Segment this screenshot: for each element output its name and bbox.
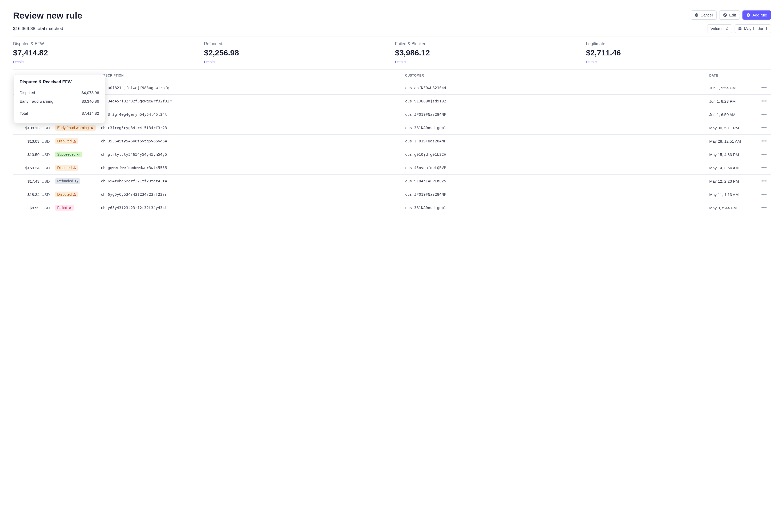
popover-total-value: $7,414.82 — [82, 111, 99, 115]
popover-row: Early fraud warning $3,340.86 — [20, 97, 99, 106]
row-more-button[interactable]: ••• — [759, 85, 769, 91]
status-label: Early fraud warning — [57, 126, 89, 130]
card-label: Refunded — [204, 41, 383, 46]
more-icon: ••• — [761, 125, 767, 131]
amount-cell: $150.24 — [15, 166, 39, 170]
customer-cell: cus_45nvqafqetQRVP — [405, 166, 709, 170]
card-refunded: Refunded $2,256.98 Details — [198, 37, 389, 69]
currency-cell: USD — [39, 179, 55, 184]
row-more-button[interactable]: ••• — [759, 139, 769, 144]
date-cell: May 14, 3:54 AM — [709, 166, 759, 170]
cancel-label: Cancel — [701, 13, 713, 17]
row-more-button[interactable]: ••• — [759, 165, 769, 171]
page-title: Review new rule — [13, 10, 82, 21]
popover-total: Total $7,414.82 — [20, 107, 99, 118]
customer-cell: cus_381NA0nsdigep1 — [405, 126, 709, 130]
row-more-button[interactable]: ••• — [759, 112, 769, 117]
col-date: DATE — [709, 74, 759, 77]
currency-cell: USD — [39, 192, 55, 197]
row-more-button[interactable]: ••• — [759, 178, 769, 184]
card-value: $2,256.98 — [204, 48, 383, 57]
calendar-icon — [738, 27, 742, 31]
currency-cell: USD — [39, 139, 55, 143]
details-link[interactable]: Details — [204, 60, 383, 64]
description-cell: ch_y65y43t23t23r12r32t34y434t — [101, 206, 405, 210]
status-badge: Refunded — [55, 178, 80, 184]
svg-rect-18 — [75, 195, 75, 195]
table-row[interactable]: $10.50USDSucceededch_gtrtytuty54654y54y4… — [13, 148, 771, 161]
plus-icon — [746, 13, 750, 17]
description-cell: ch_654tyhg5rerf321tf23tgt43t4 — [101, 179, 405, 183]
more-icon: ••• — [761, 178, 767, 184]
row-more-button[interactable]: ••• — [759, 152, 769, 157]
status-cell: Succeeded — [55, 151, 101, 157]
table-row[interactable]: $13.03USDDisputedch_353645ty546y6t5ytg5y… — [13, 135, 771, 148]
col-customer: CUSTOMER — [405, 74, 709, 77]
customer-cell: cus_JF019FNas284NF — [405, 112, 709, 116]
date-cell: May 12, 2:23 PM — [709, 179, 759, 184]
disputed-icon — [73, 193, 76, 196]
more-icon: ••• — [761, 192, 767, 197]
status-cell: Refunded — [55, 178, 101, 184]
details-link[interactable]: Details — [586, 60, 765, 64]
card-value: $7,414.82 — [13, 48, 192, 57]
date-cell: May 11, 1:13 AM — [709, 192, 759, 197]
row-more-button[interactable]: ••• — [759, 205, 769, 211]
status-label: Disputed — [57, 139, 72, 143]
more-icon: ••• — [761, 85, 767, 90]
description-cell: ch_353645ty546y6t5ytg5y65yg54 — [101, 139, 405, 143]
status-label: Refunded — [57, 179, 73, 183]
status-label: Failed — [57, 206, 67, 210]
filter-bar: Volume May 1 –Jun 1 — [707, 24, 771, 33]
status-badge: Early fraud warning — [55, 125, 96, 131]
card-value: $3,986.12 — [395, 48, 575, 57]
svg-rect-14 — [75, 142, 75, 142]
description-cell: ch_gtrtytuty54654y54y45yh54y5 — [101, 152, 405, 157]
card-label: Disputed & EFW — [13, 41, 192, 46]
details-link[interactable]: Details — [13, 60, 192, 64]
disputed-icon — [73, 140, 76, 143]
volume-label: Volume — [710, 26, 724, 31]
date-cell: Jun 1, 6:50 AM — [709, 112, 759, 117]
details-link[interactable]: Details — [395, 60, 575, 64]
customer-cell: cus_381NA0nsdigep1 — [405, 206, 709, 210]
disputed-icon — [73, 166, 76, 170]
table-row[interactable]: $8.99USDFailedch_y65y43t23t23r12r32t34y4… — [13, 201, 771, 214]
table-row[interactable]: $8.31USDDisputedch_34g45rf32r32f3gewgewr… — [13, 94, 771, 108]
add-rule-button[interactable]: Add rule — [743, 10, 771, 20]
description-cell: ch_a0f821ujfoiwejf983ugowirofq — [101, 86, 405, 90]
svg-rect-11 — [91, 127, 92, 128]
popover-row: Disputed $4,073.96 — [20, 88, 99, 97]
customer-cell: cus_aofNF0WU821044 — [405, 86, 709, 90]
row-more-button[interactable]: ••• — [759, 99, 769, 104]
table-row[interactable]: $18.34USDDisputedch_6yg5y6y534r43t234r23… — [13, 188, 771, 201]
table-row[interactable]: $17.43USDRefundedch_654tyhg5rerf321tf23t… — [13, 174, 771, 188]
svg-rect-15 — [75, 167, 75, 168]
amount-cell: $198.13 — [15, 126, 39, 130]
table-row[interactable]: $198.13USDEarly fraud warningch_r3freg5r… — [13, 121, 771, 135]
date-cell: May 30, 5:11 PM — [709, 126, 759, 130]
table-row[interactable]: $231.76USDDisputedch_3f3gf4eg4geryh54y54… — [13, 108, 771, 121]
more-icon: ••• — [761, 112, 767, 117]
card-label: Failed & Blocked — [395, 41, 575, 46]
amount-cell: $18.34 — [15, 192, 39, 197]
table-row[interactable]: $16.38USDDisputedch_a0f821ujfoiwejf983ug… — [13, 81, 771, 94]
svg-rect-13 — [75, 141, 75, 141]
popover-total-label: Total — [20, 111, 28, 115]
status-cell: Disputed — [55, 165, 101, 171]
date-range-selector[interactable]: May 1 –Jun 1 — [735, 24, 771, 33]
svg-rect-12 — [91, 128, 92, 129]
row-more-button[interactable]: ••• — [759, 125, 769, 131]
volume-selector[interactable]: Volume — [707, 24, 732, 33]
table-row[interactable]: $150.24USDDisputedch_gqwerfwefqwdqwdwer3… — [13, 161, 771, 174]
card-value: $2,711.46 — [586, 48, 765, 57]
edit-button[interactable]: Edit — [719, 10, 740, 20]
popover-row-value: $3,340.86 — [82, 99, 99, 104]
date-cell: May 15, 4:33 PM — [709, 152, 759, 157]
more-icon: ••• — [761, 99, 767, 104]
customer-cell: cus_91JG090jsd9192 — [405, 99, 709, 103]
currency-cell: USD — [39, 126, 55, 130]
cancel-button[interactable]: Cancel — [691, 10, 717, 20]
status-cell: Failed — [55, 205, 101, 211]
row-more-button[interactable]: ••• — [759, 192, 769, 197]
